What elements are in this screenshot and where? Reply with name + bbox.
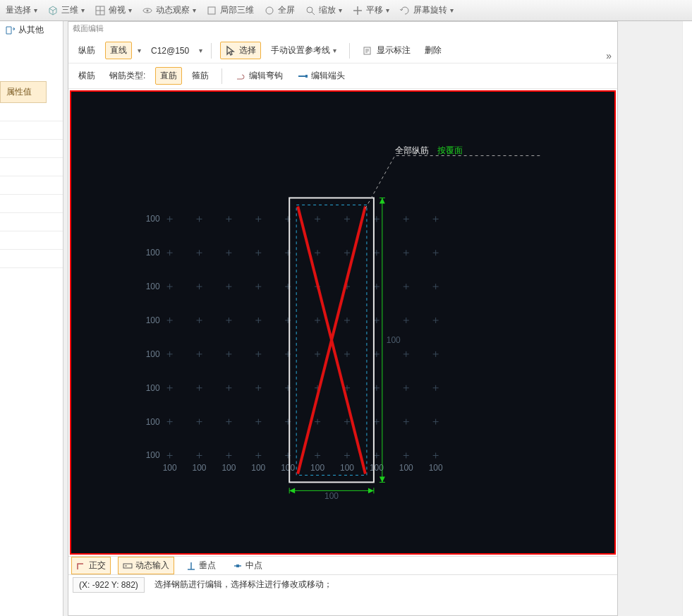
attribute-cell[interactable] <box>0 195 63 213</box>
orbit-button[interactable]: 动态观察 ▾ <box>139 3 199 18</box>
vertical-rebar-label: 纵筋 <box>74 42 99 59</box>
attribute-cell[interactable] <box>0 250 63 268</box>
chevron-down-icon[interactable]: ▾ <box>199 47 202 54</box>
local-cube-icon <box>206 5 217 16</box>
attribute-cell[interactable] <box>0 140 63 158</box>
svg-rect-8 <box>305 75 308 78</box>
svg-text:100: 100 <box>429 463 443 473</box>
svg-point-6 <box>307 7 312 13</box>
svg-text:100: 100 <box>146 450 160 460</box>
select-tool-button[interactable]: 选择 <box>220 42 261 59</box>
mid-label: 中点 <box>245 560 262 572</box>
separator <box>211 43 212 59</box>
dyn-input-label: 动态输入 <box>135 560 169 572</box>
from-other-label: 从其他 <box>18 24 44 36</box>
dim-bottom-text[interactable]: 100 <box>324 491 339 501</box>
attribute-cell[interactable] <box>0 213 63 231</box>
leader-line <box>365 156 542 209</box>
edit-hook-button[interactable]: 编辑弯钩 <box>231 68 287 84</box>
chevron-down-icon: ▾ <box>34 6 37 14</box>
dim-bottom-arrow-right <box>368 488 374 493</box>
fullscreen-label: 全屏 <box>278 4 295 16</box>
attribute-cell[interactable] <box>0 176 63 195</box>
separator <box>349 43 350 59</box>
attribute-cell[interactable] <box>0 158 63 176</box>
separator <box>221 68 222 84</box>
pan-label: 平移 <box>366 4 383 16</box>
show-annotation-button[interactable]: 显示标注 <box>358 42 415 59</box>
fullscreen-icon <box>264 5 275 16</box>
perp-snap-toggle[interactable]: 垂点 <box>181 557 221 574</box>
perspective-label: 俯视 <box>109 4 126 16</box>
panel-title: 截面编辑 <box>68 22 617 38</box>
screen-rotate-button[interactable]: 屏幕旋转 ▾ <box>396 3 456 18</box>
chevron-down-icon: ▾ <box>450 6 454 14</box>
perspective-button[interactable]: 俯视 ▾ <box>92 3 135 18</box>
line-tool-label: 直线 <box>110 44 127 56</box>
orbit-icon <box>142 5 153 16</box>
edit-hook-label: 编辑弯钩 <box>249 70 283 82</box>
pan-button[interactable]: 平移 ▾ <box>349 3 392 18</box>
rebar-spec-dropdown[interactable]: C12@150 <box>147 44 193 58</box>
edit-end-button[interactable]: 编辑端头 <box>293 68 349 84</box>
delete-label: 删除 <box>425 44 442 56</box>
straight-rebar-button[interactable]: 直筋 <box>155 67 182 85</box>
stirrup-button[interactable]: 箍筋 <box>188 68 213 84</box>
chevron-down-icon: ▾ <box>333 47 336 54</box>
svg-point-5 <box>266 7 273 14</box>
chevron-down-icon: ▾ <box>81 6 85 14</box>
batch-select-button[interactable]: 量选择 ▾ <box>3 3 40 18</box>
toolbar-row-1: 纵筋 直线 ▾ C12@150 ▾ 选择 手动设置参考线 ▾ 显示标注 删除 <box>68 38 617 64</box>
pan-icon <box>352 5 363 16</box>
dyn-input-toggle[interactable]: 动态输入 <box>118 557 174 574</box>
chevron-down-icon[interactable]: ▾ <box>138 47 141 54</box>
manual-refline-button[interactable]: 手动设置参考线 ▾ <box>267 42 341 59</box>
annotation-icon <box>363 45 374 56</box>
label-by-cover[interactable]: 按覆面 <box>437 145 463 155</box>
batch-select-label: 量选择 <box>6 4 31 16</box>
fullscreen-button[interactable]: 全屏 <box>261 3 298 18</box>
perp-label: 垂点 <box>199 560 216 572</box>
delete-button[interactable]: 删除 <box>420 42 446 59</box>
local-3d-button[interactable]: 局部三维 <box>203 3 257 18</box>
canvas-svg[interactable]: 100100100100100100100100 100100100100100… <box>71 92 614 553</box>
attribute-cell[interactable] <box>0 231 63 250</box>
svg-text:100: 100 <box>399 463 413 473</box>
footer-bar: (X: -922 Y: 882) 选择钢筋进行编辑，选择标注进行修改或移动； <box>68 574 617 594</box>
stirrup-label: 箍筋 <box>192 70 209 82</box>
svg-text:100: 100 <box>221 463 236 473</box>
view-3d-label: 三维 <box>61 4 78 16</box>
attribute-cell[interactable] <box>0 121 63 140</box>
hook-icon <box>235 71 246 82</box>
svg-text:100: 100 <box>251 463 265 473</box>
top-ribbon: 量选择 ▾ 三维 ▾ 俯视 ▾ 动态观察 ▾ 局部三维 全屏 <box>0 0 692 21</box>
horizontal-rebar-label: 横筋 <box>74 68 99 84</box>
grid-col-labels: 100100100100100100100100100100 <box>163 463 443 473</box>
manual-refline-label: 手动设置参考线 <box>271 44 330 56</box>
from-other-button[interactable]: 从其他 <box>0 21 63 39</box>
end-icon <box>297 71 308 82</box>
mid-snap-toggle[interactable]: 中点 <box>228 557 267 574</box>
zoom-button[interactable]: 缩放 ▾ <box>302 3 345 18</box>
toolbar-overflow-button[interactable]: » <box>606 50 612 61</box>
drawing-canvas[interactable]: 100100100100100100100100 100100100100100… <box>70 90 616 555</box>
import-icon <box>4 25 16 36</box>
screen-rotate-label: 屏幕旋转 <box>413 4 447 16</box>
label-all-vertical[interactable]: 全部纵筋 <box>395 145 429 155</box>
attribute-cell[interactable] <box>0 103 63 121</box>
dim-right-arrow-bottom <box>380 476 385 482</box>
ortho-icon <box>76 561 86 571</box>
zoom-icon <box>305 5 316 16</box>
svg-text:100: 100 <box>146 417 160 427</box>
view-3d-button[interactable]: 三维 ▾ <box>44 3 87 18</box>
line-tool-button[interactable]: 直线 <box>105 42 132 59</box>
ortho-toggle[interactable]: 正交 <box>71 557 111 574</box>
svg-text:100: 100 <box>146 315 160 325</box>
svg-rect-27 <box>123 564 132 568</box>
dim-right-text[interactable]: 100 <box>387 335 401 345</box>
svg-text:100: 100 <box>146 282 160 291</box>
svg-point-3 <box>147 9 149 11</box>
edit-end-label: 编辑端头 <box>311 70 345 82</box>
right-strip <box>682 21 692 616</box>
zoom-label: 缩放 <box>319 4 336 16</box>
